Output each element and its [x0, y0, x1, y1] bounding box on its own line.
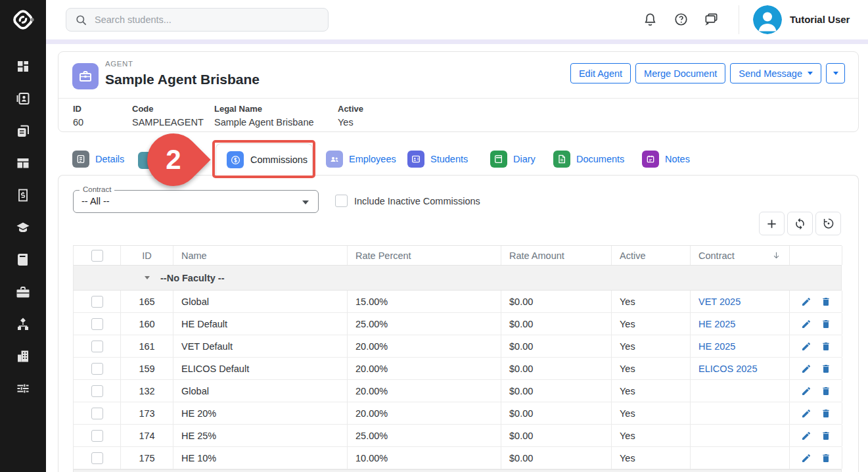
- sort-down-icon: [771, 250, 781, 260]
- column-header-active[interactable]: Active: [612, 246, 691, 265]
- sidebar-item-agents[interactable]: [15, 284, 31, 300]
- merge-document-button[interactable]: Merge Document: [635, 63, 725, 83]
- search-box: [66, 8, 329, 32]
- tab-employees[interactable]: Employees: [326, 143, 396, 175]
- edit-button[interactable]: [801, 408, 811, 419]
- edit-button[interactable]: [801, 431, 811, 441]
- help-icon[interactable]: [674, 12, 689, 27]
- cell-rate-amount: $0.00: [501, 380, 612, 402]
- table-header: ID Name Rate Percent Rate Amount Active …: [73, 245, 842, 266]
- table-row: 174 HE 25% 25.00% $0.00 Yes: [73, 425, 842, 447]
- cell-rate-percent: 25.00%: [348, 313, 501, 335]
- collapse-caret-icon[interactable]: [145, 276, 150, 279]
- row-checkbox[interactable]: [91, 363, 103, 375]
- app-logo[interactable]: [0, 0, 46, 39]
- row-checkbox[interactable]: [91, 408, 103, 419]
- delete-button[interactable]: [821, 408, 831, 419]
- select-all-checkbox[interactable]: [91, 250, 103, 262]
- contract-link[interactable]: VET 2025: [698, 296, 741, 307]
- edit-button[interactable]: [801, 386, 811, 396]
- sidebar-item-campus[interactable]: [15, 348, 31, 364]
- column-header-contract[interactable]: Contract: [691, 246, 790, 265]
- add-commission-button[interactable]: [759, 212, 785, 235]
- sidebar-item-courses[interactable]: [15, 220, 31, 235]
- row-checkbox[interactable]: [91, 452, 103, 464]
- user-name[interactable]: Tutorial User: [790, 14, 850, 25]
- chevron-down-icon: [833, 72, 838, 75]
- cell-name: HE Default: [173, 313, 348, 335]
- table-row: 175 HE 10% 10.00% $0.00 Yes: [73, 447, 842, 469]
- delete-button[interactable]: [821, 386, 831, 396]
- edit-button[interactable]: [801, 364, 811, 374]
- contract-link[interactable]: HE 2025: [698, 319, 735, 329]
- search-input[interactable]: [95, 14, 319, 25]
- include-inactive-checkbox[interactable]: [335, 195, 348, 207]
- contract-select[interactable]: Contract -- All --: [73, 190, 319, 213]
- chat-icon[interactable]: [704, 12, 719, 27]
- sidebar-item-timetable[interactable]: [15, 155, 31, 171]
- cell-rate-percent: 10.00%: [348, 447, 501, 469]
- tab-documents[interactable]: Documents: [553, 143, 624, 175]
- search-icon: [75, 14, 87, 26]
- edit-agent-button[interactable]: Edit Agent: [570, 63, 631, 83]
- history-button[interactable]: [815, 212, 841, 235]
- row-checkbox[interactable]: [91, 385, 103, 397]
- row-checkbox[interactable]: [91, 296, 103, 308]
- cell-active: Yes: [612, 425, 691, 446]
- row-checkbox[interactable]: [91, 341, 103, 352]
- annotation-step-number: 2: [147, 133, 200, 186]
- row-checkbox[interactable]: [91, 318, 103, 330]
- delete-button[interactable]: [821, 319, 831, 329]
- column-header-rate-amount[interactable]: Rate Amount: [501, 246, 612, 265]
- contract-link[interactable]: HE 2025: [698, 341, 735, 352]
- settings-icon: [15, 381, 31, 396]
- notifications-bell-icon[interactable]: [643, 12, 658, 27]
- delete-button[interactable]: [821, 341, 831, 352]
- cell-id: 159: [121, 358, 173, 379]
- sidebar-item-invoices[interactable]: [15, 187, 31, 203]
- sidebar-item-workflow[interactable]: [15, 316, 31, 332]
- table-row: 132 Global 20.00% $0.00 Yes: [73, 380, 842, 402]
- cell-id: 165: [121, 291, 173, 312]
- avatar[interactable]: [753, 5, 782, 34]
- agents-icon: [15, 284, 31, 300]
- more-actions-button[interactable]: [826, 63, 845, 83]
- info-id: ID60: [73, 104, 83, 128]
- sidebar-item-subjects[interactable]: [15, 252, 31, 268]
- delete-button[interactable]: [821, 453, 831, 463]
- delete-button[interactable]: [821, 296, 831, 307]
- cell-active: Yes: [612, 335, 691, 357]
- contract-link[interactable]: ELICOS 2025: [698, 364, 757, 374]
- edit-button[interactable]: [801, 341, 811, 352]
- send-message-button[interactable]: Send Message: [730, 63, 821, 83]
- edit-button[interactable]: [801, 296, 811, 307]
- cell-rate-percent: 20.00%: [348, 335, 501, 357]
- cell-rate-percent: 20.00%: [348, 358, 501, 379]
- column-header-actions: [790, 246, 842, 265]
- tab-details[interactable]: Details: [72, 143, 124, 175]
- tab-diary[interactable]: Diary: [490, 143, 536, 175]
- tab-commissions[interactable]: Commissions: [216, 143, 313, 176]
- tab-notes[interactable]: Notes: [642, 143, 690, 175]
- group-row: --No Faculty --: [73, 266, 842, 291]
- sidebar-item-students[interactable]: [15, 91, 31, 106]
- edit-button[interactable]: [801, 319, 811, 329]
- column-header-id[interactable]: ID: [121, 246, 173, 265]
- cell-name: HE 25%: [173, 425, 348, 446]
- row-checkbox[interactable]: [91, 430, 103, 442]
- details-icon: [72, 151, 89, 168]
- cell-id: 132: [121, 380, 173, 402]
- sidebar-item-settings[interactable]: [15, 381, 31, 396]
- refresh-button[interactable]: [787, 212, 813, 235]
- tab-students[interactable]: Students: [407, 143, 468, 175]
- info-active: ActiveYes: [338, 104, 363, 128]
- include-inactive-label[interactable]: Include Inactive Commissions: [354, 196, 480, 206]
- delete-button[interactable]: [821, 431, 831, 441]
- cell-id: 173: [121, 402, 173, 424]
- column-header-name[interactable]: Name: [173, 246, 348, 265]
- edit-button[interactable]: [801, 453, 811, 463]
- column-header-rate-percent[interactable]: Rate Percent: [348, 246, 501, 265]
- sidebar-item-dashboard[interactable]: [15, 59, 31, 74]
- sidebar-item-applications[interactable]: [15, 123, 31, 139]
- delete-button[interactable]: [821, 364, 831, 374]
